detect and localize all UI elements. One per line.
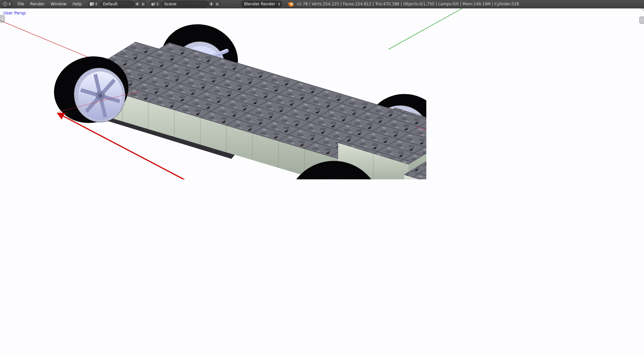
viewport-header: View Select Add Object Object Mode: [0, 349, 644, 357]
menu-object[interactable]: Object: [61, 349, 80, 357]
add-screen-layout-button[interactable]: [134, 1, 140, 7]
pivot-icon: [140, 351, 145, 355]
scene-selector-button[interactable]: [150, 1, 161, 7]
snap-toggle-button[interactable]: [282, 350, 289, 356]
magnet-icon: [283, 351, 288, 355]
snap-target-button[interactable]: [302, 350, 309, 356]
pivot-point-dropdown[interactable]: [138, 350, 151, 356]
manipulator-axes-icon: [155, 351, 159, 355]
close-scene-button[interactable]: [214, 1, 220, 7]
object-origin-dot[interactable]: [463, 298, 466, 301]
menu-select[interactable]: Select: [29, 349, 47, 357]
mode-dropdown[interactable]: Object Mode: [83, 350, 122, 356]
lock-icon: [262, 351, 266, 355]
layout-icon: [90, 2, 94, 6]
scene-canvas[interactable]: 4454mm 1629mm z y x: [0, 8, 644, 349]
dropdown-arrows-icon: [208, 351, 211, 355]
snap-increment-icon: [291, 351, 296, 355]
dropdown-arrows-icon: [131, 351, 135, 355]
viewport-3d-icon: [3, 351, 7, 355]
menu-view[interactable]: View: [13, 349, 29, 357]
wheel-rear-near[interactable]: [286, 161, 382, 259]
dropdown-arrows-icon: [156, 2, 159, 6]
lock-to-scene-button[interactable]: [261, 350, 268, 356]
dropdown-arrows-icon: [297, 351, 300, 355]
scene-name-field[interactable]: Scene: [161, 1, 208, 7]
scene-statistics: v2.78 | Verts:254,125 | Faces:224,812 | …: [297, 2, 519, 6]
proportional-edit-dropdown[interactable]: [270, 350, 280, 356]
info-icon: i: [3, 2, 7, 6]
axis-gizmo: z y x: [8, 326, 19, 346]
plus-icon: [210, 2, 213, 6]
rotate-arc-icon: [167, 351, 171, 355]
add-scene-button[interactable]: [208, 1, 214, 7]
clapperboard-icon: [322, 351, 327, 355]
menu-add[interactable]: Add: [48, 349, 61, 357]
gizmo-y-label: y: [17, 332, 19, 336]
plus-icon: [136, 2, 139, 6]
editor-type-button-info[interactable]: i: [1, 1, 12, 7]
rotate-manipulator-button[interactable]: [166, 350, 172, 356]
screen-layout-name-field[interactable]: Default: [100, 1, 134, 7]
layers-grid-2[interactable]: [237, 349, 258, 357]
blender-window: i File Render Window Help Default Scene: [0, 0, 644, 357]
layers-grid-1[interactable]: [216, 349, 236, 357]
camera-icon: [313, 351, 318, 355]
opengl-render-anim-button[interactable]: [320, 350, 328, 356]
properties-expand-tab[interactable]: +: [639, 16, 644, 24]
close-screen-layout-button[interactable]: [140, 1, 146, 7]
opengl-render-button[interactable]: [312, 350, 320, 356]
scene-icon: [151, 2, 156, 6]
dropdown-arrows-icon: [8, 2, 11, 6]
menu-window[interactable]: Window: [48, 0, 69, 8]
transform-orientation-dropdown[interactable]: Global: [180, 350, 212, 356]
close-icon: [142, 3, 145, 6]
blender-logo: [287, 1, 294, 7]
menu-file[interactable]: File: [14, 0, 27, 8]
manipulator-toggle-button[interactable]: [154, 350, 160, 356]
dropdown-arrows-icon: [146, 351, 149, 355]
screen-layout-selector-button[interactable]: [88, 1, 99, 7]
translate-arrow-icon: [161, 351, 165, 355]
menu-help[interactable]: Help: [69, 0, 85, 8]
editor-type-button-3dview[interactable]: [1, 350, 12, 356]
dropdown-arrows-icon: [117, 351, 120, 355]
object-mode-cube-icon: [84, 351, 89, 355]
shading-sphere-icon: [126, 351, 130, 355]
dropdown-arrows-icon: [276, 351, 279, 355]
snap-element-dropdown[interactable]: [290, 350, 301, 356]
dropdown-arrows-icon: [95, 2, 98, 6]
close-icon: [216, 3, 219, 6]
translate-manipulator-button[interactable]: [160, 350, 166, 356]
proportional-edit-icon: [271, 351, 275, 355]
viewport-shading-dropdown[interactable]: [124, 350, 136, 356]
viewport-3d[interactable]: 4454mm 1629mm z y x User Persp (0) Cylin…: [0, 8, 644, 349]
scale-manipulator-button[interactable]: [172, 350, 178, 356]
scale-arrow-icon: [173, 351, 177, 355]
dropdown-arrows-icon: [8, 351, 11, 355]
view-name-label: User Persp: [3, 10, 26, 15]
menu-render[interactable]: Render: [27, 0, 48, 8]
snap-grid-icon: [303, 351, 307, 355]
active-object-label: (0) Cylinder.028: [24, 340, 58, 345]
toolshelf-expand-tab[interactable]: +: [0, 15, 5, 23]
render-engine-dropdown[interactable]: Blender Render: [241, 1, 282, 7]
gizmo-z-label: z: [8, 326, 9, 330]
dropdown-arrows-icon: [278, 2, 280, 6]
top-header: i File Render Window Help Default Scene: [0, 0, 644, 8]
manipulator-buttons: [154, 350, 178, 356]
gizmo-x-label: x: [17, 343, 19, 346]
layers-widget[interactable]: [216, 349, 258, 357]
